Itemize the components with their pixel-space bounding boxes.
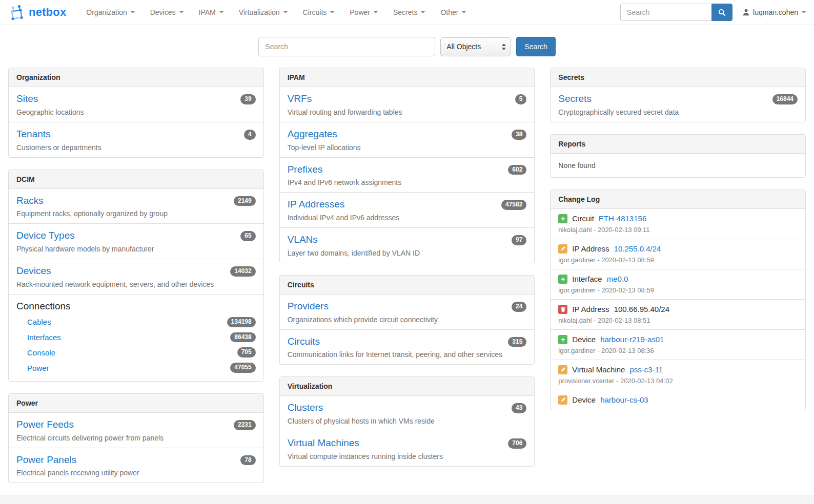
item-link-ip-addresses[interactable]: IP Addresses [288,199,345,209]
panel-item-device-types: 65Device TypesPhysical hardware models b… [9,224,263,259]
item-link-clusters[interactable]: Clusters [288,402,323,413]
count-badge: 24 [512,302,526,312]
changelog-title: Deviceharbour-cs-03 [558,395,798,405]
panel-item-clusters: 43ClustersClusters of physical hosts in … [280,396,535,431]
item-description: Electrical circuits delivering power fro… [16,434,256,442]
navbar-search-button[interactable] [711,4,732,21]
nav-menu-organization[interactable]: Organization [78,8,142,16]
nav-menu-circuits[interactable]: Circuits [295,8,342,16]
nav-menu-virtualization[interactable]: Virtualization [231,8,295,16]
chevron-down-icon [374,11,378,13]
item-link-virtual-machines[interactable]: Virtual Machines [288,437,359,448]
item-link-circuits[interactable]: Circuits [288,336,320,347]
plus-icon: + [558,214,567,223]
item-link-vlans[interactable]: VLANs [288,234,318,245]
item-link-secrets[interactable]: Secrets [558,93,591,104]
panel-ipam: IPAM5VRFsVirtual routing and forwarding … [279,68,535,263]
item-link-racks[interactable]: Racks [16,195,44,206]
changelog-object-link[interactable]: ETH-4813156 [599,214,646,223]
count-badge: 38 [512,130,526,140]
item-link-tenants[interactable]: Tenants [16,129,51,139]
user-menu[interactable]: luqman.cohen [743,8,806,16]
search-scope-select[interactable]: All Objects [440,37,511,56]
subsection-link-power[interactable]: Power [27,364,49,372]
pencil-icon [558,365,567,374]
item-link-sites[interactable]: Sites [16,93,38,104]
count-badge: 16844 [772,94,798,104]
brand-title: netbox [29,6,66,19]
panel-organization: Organization39SitesGeographic locations4… [8,68,264,158]
item-description: Individual IPv4 and IPv6 addresses [288,214,527,222]
panel-item-devices: 14032DevicesRack-mounted network equipme… [9,259,263,295]
chevron-down-icon [131,11,135,13]
nav-menu-power[interactable]: Power [342,8,385,16]
subsection-row-cables: Cables134198 [16,314,256,330]
subsection-row-power: Power47055 [16,360,256,375]
item-link-aggregates[interactable]: Aggregates [288,129,337,139]
global-search-input[interactable] [258,37,435,56]
count-badge: 706 [508,438,526,449]
nav-menu-devices[interactable]: Devices [143,8,191,16]
item-link-power-feeds[interactable]: Power Feeds [16,419,74,430]
subsection-row-interfaces: Interfaces86438 [16,330,256,345]
subsection-link-cables[interactable]: Cables [27,318,51,326]
nav-menu-ipam[interactable]: IPAM [191,8,231,16]
item-description: Rack-mounted network equipment, servers,… [16,280,256,288]
item-link-vrfs[interactable]: VRFs [288,93,312,104]
global-search-button[interactable]: Search [516,37,555,56]
count-badge: 4 [244,130,256,140]
chevron-down-icon [330,11,334,13]
changelog-entry: Virtual Machinepss-c3-11provisioner.vcen… [551,360,805,390]
plus-icon: + [558,335,567,344]
changelog-object-link[interactable]: harbour-cs-03 [600,395,648,404]
panel-header: Virtualization [280,377,535,396]
panel-item-secrets: 16844SecretsCryptographically secured se… [551,87,805,122]
count-badge: 39 [240,94,255,104]
changelog-object-type: Device [572,335,596,344]
chevron-down-icon [421,11,425,13]
item-link-device-types[interactable]: Device Types [16,230,75,241]
panel-item-racks: 2149RacksEquipment racks, optionally org… [9,189,263,224]
count-badge: 43 [512,403,526,413]
changelog-object-link[interactable]: harbour-r219-as01 [600,335,664,344]
person-icon [743,9,749,16]
netbox-brand[interactable]: netbox [8,4,66,20]
pencil-icon [558,395,567,405]
count-badge: 315 [508,337,526,347]
subsection-link-interfaces[interactable]: Interfaces [27,333,61,342]
changelog-title: +Deviceharbour-r219-as01 [558,335,798,344]
chevron-down-icon [219,11,223,13]
count-badge: 602 [508,165,526,175]
item-link-providers[interactable]: Providers [288,301,329,311]
nav-menu-label: Other [440,8,458,16]
subsection-row-console: Console705 [16,345,256,360]
netbox-logo-icon [8,4,25,20]
panel-item-power-panels: 78Power PanelsElectrical panels receivin… [9,448,263,483]
panel-item-power-feeds: 2231Power FeedsElectrical circuits deliv… [9,413,263,448]
changelog-meta: igor.gardiner - 2020-02-13 08:59 [558,286,798,294]
item-link-power-panels[interactable]: Power Panels [16,454,76,465]
navbar-search-input[interactable] [620,4,711,21]
search-scope-value: All Objects [446,43,481,51]
nav-menu-other[interactable]: Other [433,8,474,16]
nav-menu-label: Virtualization [239,8,280,16]
changelog-title: IP Address10.255.0.4/24 [558,244,798,254]
nav-menu-label: Secrets [393,8,417,16]
magnifier-icon [718,9,726,16]
panel-header: DCIM [9,170,263,189]
item-description: Virtual compute instances running inside… [288,452,527,460]
trash-icon [558,305,567,314]
changelog-object-link[interactable]: pss-c3-11 [629,365,663,374]
count-badge: 65 [240,231,255,241]
changelog-object-link[interactable]: 10.255.0.4/24 [614,244,661,253]
item-link-prefixes[interactable]: Prefixes [288,164,323,175]
item-link-devices[interactable]: Devices [16,265,51,276]
count-badge: 2149 [234,196,256,206]
footer: netbox.example.lan (v2.7.7) 2020-02-13 0… [0,495,814,504]
nav-menu-secrets[interactable]: Secrets [385,8,433,16]
subsection-link-console[interactable]: Console [27,348,55,357]
changelog-object-type: IP Address [572,305,609,313]
item-description: Physical hardware models by manufacturer [16,245,256,253]
changelog-object-type: Virtual Machine [572,365,625,374]
changelog-object-link[interactable]: me0.0 [607,275,628,283]
